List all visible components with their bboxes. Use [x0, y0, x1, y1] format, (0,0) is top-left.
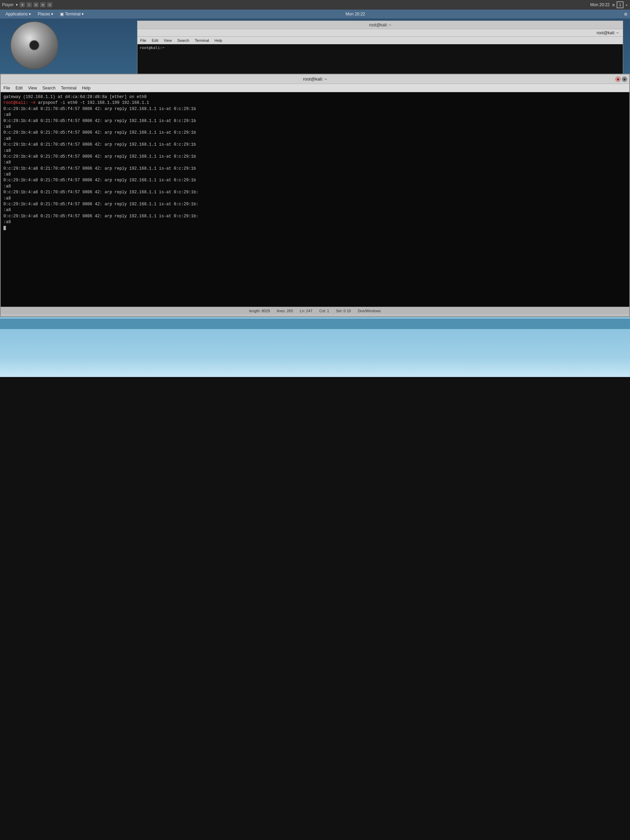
main-terminal-titlebar: root@kali: ~ ● ● [1, 74, 629, 84]
command-prompt: root@kali: ~# [3, 100, 38, 105]
titlebar-buttons: ● ● [615, 76, 627, 82]
top-panel-right: ⊞ 1 ▸ [613, 2, 628, 8]
arp-cont-6: :a8 [3, 172, 627, 177]
menu-bar-right: ⊞ [624, 12, 627, 16]
bg-edit-menu[interactable]: Edit [152, 38, 158, 43]
arp-cont-1: :a8 [3, 112, 627, 118]
arp-line-2: 0:c:29:1b:4:a8 0:21:70:d5:f4:57 0806 42:… [3, 118, 627, 124]
arp-line-3: 0:c:29:1b:4:a8 0:21:70:d5:f4:57 0806 42:… [3, 130, 627, 136]
player-label[interactable]: Player [2, 2, 14, 7]
command-text: arpspoof -i eth0 -t 192.168.1.199 192.16… [38, 100, 149, 105]
close-btn[interactable]: ● [615, 76, 621, 82]
main-terminal-menubar: File Edit View Search Terminal Help [1, 84, 629, 92]
status-ln: Ln: 247 [300, 309, 313, 313]
view-menu[interactable]: View [28, 86, 37, 90]
arp-line-7: 0:c:29:1b:4:a8 0:21:70:d5:f4:57 0806 42:… [3, 177, 627, 183]
top-panel: Player ▾ ⏸ ✕ ⊞ ⊠ ⊡ Mon 20:22 ⊞ 1 ▸ [0, 0, 630, 9]
arp-line-10: 0:c:29:1b:4:a8 0:21:70:d5:f4:57 0806 42:… [3, 213, 627, 219]
app-menu-bar: Applications ▾ Places ▾ ▣ Terminal ▾ Mon… [0, 9, 630, 19]
bg-file-menu[interactable]: File [140, 38, 146, 43]
bg-help-menu[interactable]: Help [215, 38, 223, 43]
status-lines: lines: 265 [277, 309, 293, 313]
terminal-statusbar: length: 8029 lines: 265 Ln: 247 Col: 1 S… [1, 307, 629, 314]
arp-cont-3: :a8 [3, 136, 627, 142]
arp-line-5: 0:c:29:1b:4:a8 0:21:70:d5:f4:57 0806 42:… [3, 154, 627, 160]
arp-line-8: 0:c:29:1b:4:a8 0:21:70:d5:f4:57 0806 42:… [3, 189, 627, 195]
arp-line-4: 0:c:29:1b:4:a8 0:21:70:d5:f4:57 0806 42:… [3, 142, 627, 148]
main-terminal-body: gateway (192.168.1.1) at d4:ca:6d:28:d8:… [1, 92, 629, 307]
help-menu[interactable]: Help [82, 86, 90, 90]
arp-line-cursor: █ [3, 226, 627, 231]
top-panel-left: Player ▾ ⏸ ✕ ⊞ ⊠ ⊡ [2, 2, 587, 7]
arp-cont-4: :a8 [3, 148, 627, 154]
bg-terminal-subtitle: root@kali: ~ [137, 29, 623, 37]
bg-search-menu[interactable]: Search [177, 38, 189, 43]
disc-area [10, 21, 86, 76]
bg-terminal-menubar: File Edit View Search Terminal Help [137, 37, 623, 44]
bg-terminal-menu[interactable]: Terminal [195, 38, 209, 43]
terminal-line-command: root@kali: ~# arpspoof -i eth0 -t 192.16… [3, 100, 627, 106]
main-terminal-window: root@kali: ~ ● ● File Edit View Search T… [0, 74, 630, 317]
status-encoding: Dos/Windows [358, 309, 381, 313]
bg-view-menu[interactable]: View [164, 38, 172, 43]
arp-cont-9: :a8 [3, 207, 627, 213]
workspace-badge[interactable]: 1 [617, 2, 624, 8]
status-col: Col: 1 [319, 309, 329, 313]
applications-menu[interactable]: Applications ▾ [3, 11, 33, 17]
terminal-app-menu[interactable]: Terminal [61, 86, 76, 90]
arp-cont-8: :a8 [3, 196, 627, 202]
network-icon: ⊞ [613, 3, 615, 7]
status-length: length: 8029 [249, 309, 270, 313]
shuffle-btn[interactable]: ⊡ [47, 2, 52, 7]
arp-line-6: 0:c:29:1b:4:a8 0:21:70:d5:f4:57 0806 42:… [3, 166, 627, 172]
terminal-menu[interactable]: ▣ Terminal ▾ [57, 11, 86, 17]
arp-cont-5: :a8 [3, 160, 627, 166]
menu-icon: ▸ [625, 3, 628, 7]
arp-line-1: 0:c:29:1b:4:a8 0:21:70:d5:f4:57 0806 42:… [3, 106, 627, 112]
edit-menu[interactable]: Edit [16, 86, 23, 90]
top-panel-time: Mon 20:22 [590, 2, 610, 7]
search-menu[interactable]: Search [43, 86, 55, 90]
arp-cont-10: :a8 [3, 219, 627, 225]
next-btn[interactable]: ⊠ [41, 2, 45, 7]
arp-cont-7: :a8 [3, 184, 627, 189]
disc-image [10, 21, 58, 69]
status-sel: Sel: 0 10 [336, 309, 351, 313]
bg-terminal-titlebar: root@kali: ~ [137, 21, 623, 29]
places-menu[interactable]: Places ▾ [35, 11, 56, 17]
arp-line-9: 0:c:29:1b:4:a8 0:21:70:d5:f4:57 0806 42:… [3, 202, 627, 207]
panel-separator: ▾ [16, 2, 18, 7]
main-terminal-title: root@kali: ~ [303, 76, 327, 82]
arp-cont-2: :a8 [3, 124, 627, 130]
screen-bottom-bar [0, 319, 630, 329]
menu-bar-center: Mon 20:22 [88, 12, 623, 16]
stop-btn[interactable]: ✕ [27, 2, 32, 7]
file-menu[interactable]: File [3, 86, 10, 90]
pause-btn[interactable]: ⏸ [20, 2, 25, 7]
prev-btn[interactable]: ⊞ [33, 2, 38, 7]
terminal-line-gateway: gateway (192.168.1.1) at d4:ca:6d:28:d8:… [3, 94, 627, 100]
other-btn[interactable]: ● [622, 76, 627, 82]
disc-center-hole [29, 40, 39, 51]
